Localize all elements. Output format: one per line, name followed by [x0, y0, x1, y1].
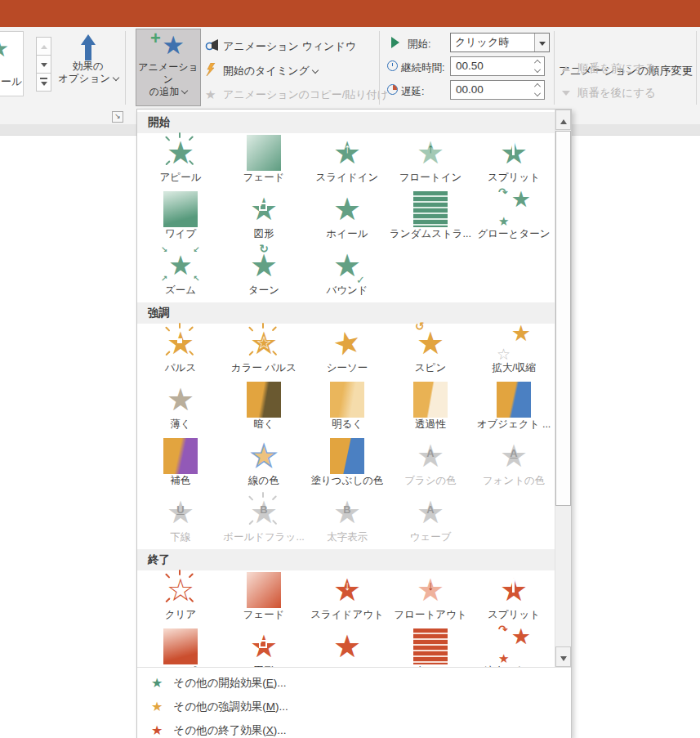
- animation-effect-float-out[interactable]: ★↓フロートアウト: [389, 570, 472, 627]
- more-bar-icon: [40, 78, 47, 79]
- start-trigger-combobox[interactable]: クリック時: [450, 33, 550, 52]
- animation-effect-darken[interactable]: ★暗く: [222, 380, 305, 436]
- move-later-button: 順番を後にする: [562, 87, 656, 100]
- combo-arrow-button[interactable]: [534, 34, 549, 51]
- animation-effect-appear[interactable]: ★アピール: [139, 133, 222, 190]
- delay-spinbox[interactable]: 00.00: [450, 80, 545, 100]
- animation-effect-grow-shrink[interactable]: ★☆拡大/収縮: [472, 324, 555, 380]
- move-earlier-button: 順番を前にする: [562, 62, 656, 75]
- animation-effect-zoom[interactable]: ★↘↙↗↖ズーム: [139, 246, 222, 302]
- add-animation-dropdown: 開始★アピール★フェード★↑スライドイン★↑フロートイン★スプリット★ワイプ★図…: [136, 109, 572, 738]
- object-color-icon: ★: [497, 382, 531, 418]
- random-bars-icon: ★: [413, 191, 448, 227]
- animation-effect-complementary-color[interactable]: ★補色: [139, 436, 222, 493]
- underline-icon: ★U: [163, 494, 198, 530]
- effect-label: スプリット: [472, 171, 555, 185]
- split-icon: ★: [497, 135, 531, 171]
- scrollbar-down-button[interactable]: [555, 646, 571, 667]
- animation-effect-fill-color[interactable]: ★塗りつぶしの色: [305, 436, 389, 493]
- delay-value: 00.00: [451, 83, 484, 96]
- gallery-scroll-up-button[interactable]: [36, 37, 51, 56]
- animation-effect-teeter[interactable]: ★シーソー: [305, 324, 389, 380]
- animation-effect-wheel-out[interactable]: ★ホイール: [305, 627, 389, 667]
- line-color-icon: ★: [247, 438, 281, 474]
- animation-effect-spin[interactable]: ★↺スピン: [389, 324, 472, 380]
- effect-options-button[interactable]: 効果の オプション: [56, 29, 121, 106]
- animation-effect-fly-out[interactable]: ★↓スライドアウト: [305, 570, 389, 627]
- animation-effect-disappear[interactable]: ☆クリア: [139, 570, 222, 627]
- animation-effect-shape-out[interactable]: ★図形: [222, 627, 305, 667]
- animation-effect-color-pulse[interactable]: ★☆カラー パルス: [222, 324, 305, 380]
- star-icon: ★: [151, 700, 163, 713]
- effect-label: 薄く: [139, 418, 222, 432]
- shrink-turn-icon: ★★↷: [497, 628, 531, 664]
- effect-label: シーソー: [305, 361, 389, 375]
- grow-turn-icon: ★★↷: [497, 191, 531, 227]
- animation-effect-line-color[interactable]: ★線の色: [222, 436, 305, 493]
- trigger-button[interactable]: 開始のタイミング: [205, 63, 318, 78]
- animation-effect-fade-out[interactable]: ★フェード: [222, 570, 305, 627]
- effect-label: オブジェクト ...: [472, 418, 555, 432]
- animation-effect-transparency[interactable]: ★透過性: [389, 380, 472, 436]
- effect-options-label-2: オプション: [56, 73, 121, 85]
- spin-arrows[interactable]: [532, 81, 542, 99]
- animation-effect-shrink-turn[interactable]: ★★↷縮小および...: [472, 627, 555, 667]
- gallery-scrollbar[interactable]: [555, 110, 571, 667]
- more-entrance-effects-item[interactable]: ★その他の開始効果(E)...: [137, 671, 571, 695]
- animation-effect-split-out[interactable]: ★スプリット: [472, 570, 555, 627]
- more-emphasis-effects-item[interactable]: ★その他の強調効果(M)...: [137, 695, 571, 718]
- animation-effect-random-bars-out[interactable]: ★ランダムストラ...: [389, 627, 472, 667]
- more-exit-effects-item[interactable]: ★その他の終了効果(X)...: [137, 718, 571, 738]
- animation-effect-grow-turn[interactable]: ★★↷グローとターン: [472, 190, 555, 246]
- chevron-down-icon: [113, 74, 119, 81]
- fly-in-icon: ★↑: [330, 135, 364, 171]
- animation-effect-font-color: ★Aフォントの色: [472, 436, 555, 493]
- effect-label: 透過性: [389, 418, 472, 432]
- animation-effect-wheel[interactable]: ★ホイール: [305, 190, 389, 246]
- spin-arrows[interactable]: [532, 57, 542, 75]
- triangle-up-icon: [560, 119, 567, 124]
- animation-effect-split[interactable]: ★スプリット: [472, 133, 555, 190]
- effect-label: スライドイン: [305, 171, 389, 185]
- add-animation-button[interactable]: + ★ アニメーション の追加: [136, 29, 201, 106]
- scrollbar-up-button[interactable]: [555, 110, 571, 130]
- effect-label: ボールドフラッ...: [222, 530, 305, 544]
- shape-out-icon: ★: [247, 628, 281, 664]
- effect-label: 補色: [139, 474, 222, 488]
- animation-effect-random-bars[interactable]: ★ランダムストラ...: [389, 190, 472, 246]
- random-bars-out-icon: ★: [413, 628, 448, 664]
- chevron-down-icon: [539, 42, 546, 46]
- dialog-launcher-icon[interactable]: ↘: [112, 111, 123, 123]
- animation-effect-fade[interactable]: ★フェード: [222, 133, 305, 190]
- gallery-scroll-down-button[interactable]: [36, 55, 51, 74]
- group-divider: [379, 31, 380, 105]
- animation-effect-fly-in[interactable]: ★↑スライドイン: [305, 133, 389, 190]
- animation-effect-lighten[interactable]: ★明るく: [305, 380, 389, 436]
- spin-icon: ★↺: [413, 325, 448, 361]
- animation-effect-bounce[interactable]: ★✓バウンド: [305, 246, 389, 302]
- add-animation-label-2: の追加: [136, 86, 200, 98]
- wipe-out-icon: ★: [163, 628, 198, 664]
- animation-effect-float-in[interactable]: ★↑フロートイン: [389, 133, 472, 190]
- effect-label: フェード: [222, 608, 305, 622]
- animation-painter-button: ★アニメーションのコピー/貼り付け: [205, 87, 388, 102]
- animation-effect-wipe[interactable]: ★ワイプ: [139, 190, 222, 246]
- animation-style-gallery-partial[interactable]: ★ ール: [0, 31, 24, 96]
- animation-pane-button[interactable]: アニメーション ウィンドウ: [205, 38, 356, 53]
- animation-effect-pulse[interactable]: ★パルス: [139, 324, 222, 380]
- effect-label: ワイプ: [139, 227, 222, 241]
- gallery-section-header-entrance: 開始: [137, 112, 555, 133]
- scrollbar-thumb[interactable]: [555, 131, 571, 506]
- gallery-more-button[interactable]: [36, 73, 51, 92]
- animation-effect-desaturate[interactable]: ★薄く: [139, 380, 222, 436]
- animation-effect-shape[interactable]: ★図形: [222, 190, 305, 246]
- start-label: 開始:: [408, 38, 430, 51]
- animation-effect-wipe-out[interactable]: ★ワイプ: [139, 627, 222, 667]
- effect-label: 太字表示: [305, 530, 389, 544]
- effect-label: グローとターン: [472, 227, 555, 241]
- spin-down-icon: [534, 90, 541, 96]
- animation-effect-object-color[interactable]: ★オブジェクト ...: [472, 380, 555, 436]
- float-in-icon: ★↑: [413, 135, 448, 171]
- animation-effect-swivel[interactable]: ★↻ターン: [222, 246, 305, 302]
- duration-spinbox[interactable]: 00.50: [450, 56, 545, 76]
